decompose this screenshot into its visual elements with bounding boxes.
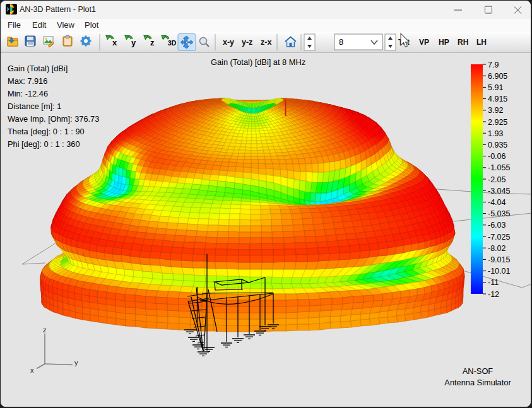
svg-text:-5.035: -5.035 (488, 209, 510, 218)
svg-text:Theta [deg]: 0 : 1 : 90: Theta [deg]: 0 : 1 : 90 (8, 127, 85, 136)
svg-text:-3.045: -3.045 (488, 187, 510, 195)
svg-text:x: x (112, 38, 117, 47)
svg-text:-2.05: -2.05 (488, 175, 506, 184)
svg-text:Max: 7.916: Max: 7.916 (8, 76, 47, 86)
svg-text:6.905: 6.905 (488, 72, 507, 81)
svg-text:3.92: 3.92 (488, 106, 503, 115)
svg-text:7.9: 7.9 (488, 61, 499, 69)
svg-text:x: x (30, 366, 34, 374)
svg-text:VP: VP (419, 38, 429, 47)
svg-text:-0.06: -0.06 (488, 152, 506, 161)
svg-text:AN-SOF: AN-SOF (463, 366, 494, 376)
svg-text:HP: HP (439, 38, 449, 47)
svg-text:4.915: 4.915 (488, 95, 507, 103)
svg-text:-6.03: -6.03 (488, 221, 506, 230)
svg-text:Min: -12.46: Min: -12.46 (8, 89, 48, 98)
svg-text:z-x: z-x (261, 38, 271, 47)
svg-text:-4.04: -4.04 (488, 198, 506, 207)
svg-text:z: z (43, 326, 47, 334)
svg-text:Phi [deg]: 0 : 1 : 360: Phi [deg]: 0 : 1 : 360 (8, 139, 80, 149)
svg-text:8: 8 (339, 37, 343, 47)
svg-text:-10.01: -10.01 (488, 267, 510, 276)
svg-text:-9.015: -9.015 (488, 255, 510, 264)
svg-text:y-z: y-z (242, 38, 252, 47)
svg-text:-8.02: -8.02 (488, 244, 506, 253)
svg-text:Gain (Total) [dBi]: Gain (Total) [dBi] (8, 64, 68, 73)
svg-text:Wave Imp. [Ohm]: 376.73: Wave Imp. [Ohm]: 376.73 (8, 114, 99, 124)
svg-text:-7.025: -7.025 (488, 233, 510, 242)
svg-text:-12: -12 (488, 290, 499, 299)
svg-text:x-y: x-y (223, 38, 234, 47)
svg-text:-11: -11 (488, 278, 499, 287)
svg-text:-1.055: -1.055 (488, 163, 510, 172)
svg-text:Gain (Total) [dBi] at 8 MHz: Gain (Total) [dBi] at 8 MHz (211, 57, 305, 67)
svg-text:3D: 3D (168, 39, 177, 47)
svg-text:5.91: 5.91 (488, 83, 503, 92)
svg-text:Distance [m]: 1: Distance [m]: 1 (8, 102, 61, 111)
svg-text:LH: LH (476, 38, 487, 47)
svg-text:Antenna Simulator: Antenna Simulator (444, 378, 511, 387)
svg-text:z: z (150, 38, 155, 47)
svg-text:1.93: 1.93 (488, 129, 503, 138)
svg-text:RH: RH (458, 38, 468, 47)
svg-text:y: y (74, 359, 78, 366)
svg-text:0.935: 0.935 (488, 141, 507, 149)
svg-text:2.925: 2.925 (488, 118, 507, 127)
svg-text:y: y (131, 38, 136, 47)
